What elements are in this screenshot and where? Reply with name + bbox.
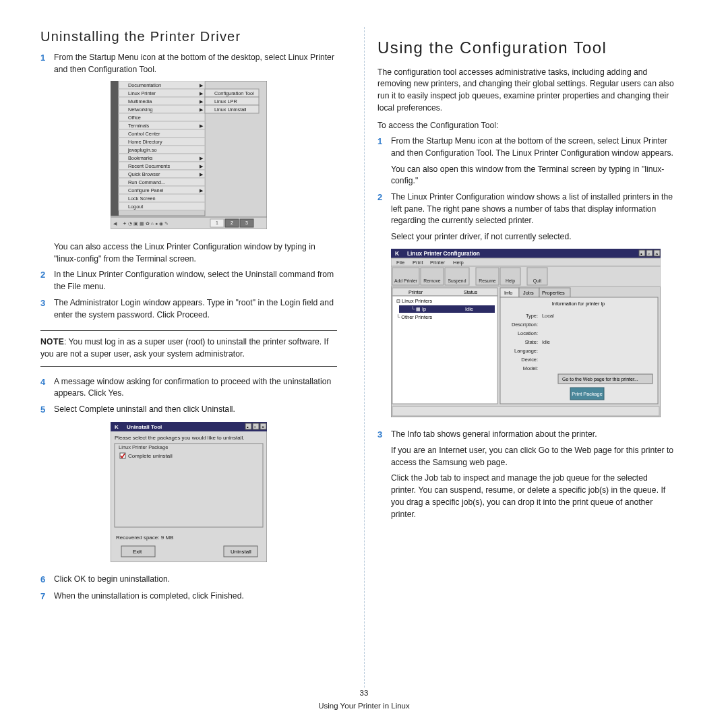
svg-text:State:: State:	[525, 339, 538, 345]
svg-text:Printer: Printer	[408, 289, 423, 295]
svg-text:Linux Printer: Linux Printer	[128, 90, 156, 96]
step-number: 5	[40, 404, 54, 417]
svg-text:Print: Print	[413, 260, 424, 266]
svg-text:⊟ Linux Printers: ⊟ Linux Printers	[396, 298, 433, 304]
svg-text:Quick Browser: Quick Browser	[128, 171, 160, 177]
step-number: 1	[40, 52, 54, 75]
svg-text:Quit: Quit	[533, 278, 542, 284]
svg-text:└ Other Printers: └ Other Printers	[396, 314, 433, 320]
svg-text:K: K	[395, 250, 399, 257]
svg-text:Multimedia: Multimedia	[128, 98, 152, 104]
svg-text:Help: Help	[506, 278, 515, 284]
step-text: Select Complete uninstall and then click…	[54, 404, 337, 417]
svg-text:Status: Status	[464, 289, 478, 295]
svg-text:Documentation: Documentation	[128, 82, 161, 88]
step-text: From the Startup Menu icon at the bottom…	[391, 135, 674, 159]
note-text: : You must log in as a super user (root)…	[40, 337, 328, 359]
step-text: Select your printer driver, if not curre…	[391, 231, 674, 243]
svg-text:2: 2	[231, 220, 233, 225]
step-number: 3	[377, 429, 391, 520]
step-number: 4	[40, 376, 54, 400]
svg-text:Logout: Logout	[128, 204, 143, 210]
svg-text:Remove: Remove	[423, 278, 441, 283]
svg-text:Local: Local	[542, 313, 554, 319]
svg-text:Networking: Networking	[128, 107, 153, 113]
svg-text:Uninstall: Uninstall	[231, 549, 251, 555]
svg-text:Add Printer: Add Printer	[394, 278, 418, 283]
svg-text:K: K	[115, 424, 119, 430]
svg-text:•: •	[640, 251, 642, 257]
svg-text:Linux LPR: Linux LPR	[214, 98, 237, 104]
svg-text:Location:: Location:	[518, 330, 538, 336]
svg-text:Model:: Model:	[523, 365, 538, 371]
svg-text:Device:: Device:	[521, 357, 538, 363]
svg-text:Properties: Properties	[542, 290, 565, 296]
svg-text:×: ×	[655, 251, 659, 257]
step-number: 6	[40, 574, 54, 586]
step-text: In the Linux Printer Configuration windo…	[54, 269, 337, 293]
svg-text:Recent Documents: Recent Documents	[128, 163, 170, 169]
uninstall-tool-figure: K Uninstall Tool • ▫ × Please select the…	[40, 422, 337, 566]
column-divider	[364, 27, 365, 688]
step-text: A message window asking for confirmation…	[54, 376, 337, 400]
step-text: If you are an Internet user, you can cli…	[391, 445, 674, 468]
intro-text: The configuration tool accesses administ…	[377, 67, 674, 115]
svg-text:Suspend: Suspend	[448, 278, 466, 284]
svg-text:Home Directory: Home Directory	[128, 139, 162, 145]
svg-text:✦ ◔ ▣ ▦ ✿ ⌂ ● ◉ ✎: ✦ ◔ ▣ ▦ ✿ ⌂ ● ◉ ✎	[123, 221, 169, 226]
svg-text:Configuration Tool: Configuration Tool	[214, 90, 254, 96]
svg-text:Language:: Language:	[514, 348, 538, 354]
step-text: When the uninstallation is completed, cl…	[54, 590, 337, 603]
svg-text:Run Command...: Run Command...	[128, 179, 165, 185]
svg-text:Exit: Exit	[133, 549, 142, 555]
svg-text:Idle: Idle	[542, 339, 550, 345]
svg-text:Linux Printer Package: Linux Printer Package	[119, 444, 168, 450]
svg-text:Idle: Idle	[465, 306, 473, 312]
step-text: Click the Job tab to inspect and manage …	[391, 473, 674, 520]
svg-text:Go to the Web page for this pr: Go to the Web page for this printer...	[562, 377, 638, 382]
step-number: 2	[40, 269, 54, 293]
svg-text:▫: ▫	[254, 424, 256, 430]
step-text: The Info tab shows general information a…	[391, 429, 674, 441]
config-heading: Using the Configuration Tool	[377, 36, 674, 60]
svg-text:└ ▦ lp: └ ▦ lp	[411, 306, 426, 312]
uninstall-heading: Uninstalling the Printer Driver	[40, 27, 337, 47]
svg-rect-138	[392, 406, 659, 416]
step-text: You can also open this window from the T…	[391, 164, 674, 187]
page-footer: 33 Using Your Printer in Linux	[0, 688, 728, 712]
step-text: From the Startup Menu icon at the bottom…	[54, 52, 337, 75]
after-step1-text: You can also access the Linux Printer Co…	[54, 241, 337, 265]
svg-text:×: ×	[262, 424, 265, 430]
footer-text: Using Your Printer in Linux	[0, 700, 728, 712]
svg-text:3: 3	[245, 220, 248, 225]
svg-text:Information for printer lp: Information for printer lp	[552, 301, 605, 307]
svg-text:Linux Printer Configuration: Linux Printer Configuration	[407, 250, 480, 257]
step-number: 2	[377, 191, 391, 243]
startup-menu-figure: Documentation▶ Linux Printer▶ Multimedia…	[40, 81, 337, 233]
step-text: Click OK to begin uninstallation.	[54, 574, 337, 586]
svg-text:Lock Screen: Lock Screen	[128, 195, 156, 202]
svg-text:▫: ▫	[648, 251, 650, 257]
svg-text:Info: Info	[504, 290, 512, 296]
config-window-figure: K Linux Printer Configuration • ▫ × File…	[377, 249, 674, 421]
svg-text:Resume: Resume	[479, 278, 496, 283]
svg-rect-2	[111, 81, 119, 216]
step-number: 3	[40, 297, 54, 321]
step-text: The Administrator Login window appears. …	[54, 297, 337, 321]
step-text: The Linux Printer Configuration window s…	[391, 191, 674, 227]
svg-text:1: 1	[216, 220, 218, 225]
step-number: 1	[377, 135, 391, 187]
svg-text:Description:: Description:	[512, 322, 538, 328]
svg-text:javaplugin.so: javaplugin.so	[127, 147, 157, 153]
svg-text:Printer: Printer	[430, 260, 446, 266]
svg-text:Please select the packages you: Please select the packages you would lik…	[115, 435, 245, 441]
svg-text:Type:: Type:	[526, 313, 538, 319]
svg-text:•: •	[247, 424, 249, 430]
access-text: To access the Configuration Tool:	[377, 120, 674, 132]
svg-text:Terminals: Terminals	[128, 123, 150, 129]
svg-text:Linux Uninstall: Linux Uninstall	[214, 107, 247, 113]
page-number: 33	[0, 688, 728, 699]
svg-text:Office: Office	[128, 115, 141, 121]
svg-text:Print Package: Print Package	[572, 391, 602, 397]
svg-text:Help: Help	[453, 260, 464, 266]
